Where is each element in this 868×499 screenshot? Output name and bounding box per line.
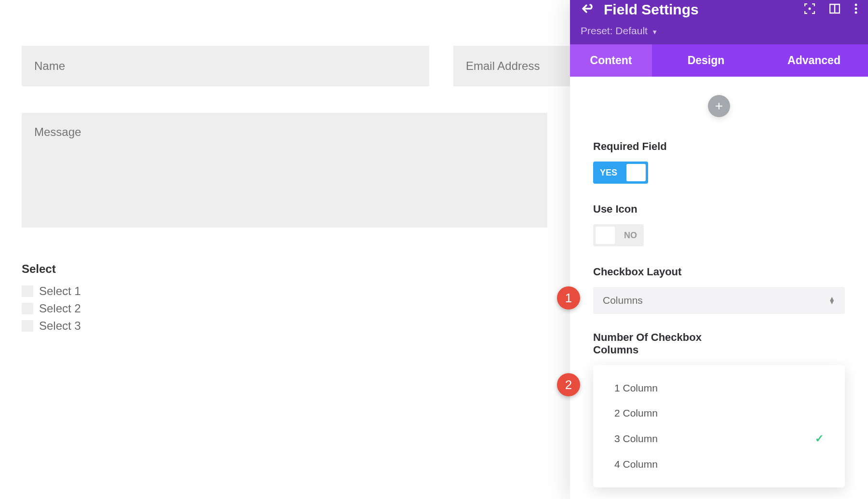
more-icon[interactable] [854,3,857,16]
select-heading: Select [22,262,547,276]
form-preview: Select Select 1 Select 2 Select 3 [0,0,569,499]
tab-design[interactable]: Design [652,44,760,77]
checkbox-label: Select 3 [39,319,81,333]
num-columns-label: Number Of Checkbox Columns [593,331,719,356]
checkbox-label: Select 2 [39,302,81,315]
name-input[interactable] [22,46,429,86]
tabs: Content Design Advanced [570,44,868,77]
use-icon-label: Use Icon [593,203,845,216]
checkbox-option[interactable]: Select 1 [22,284,547,298]
panel-header: Field Settings Preset: Default ▼ Content… [570,0,868,77]
use-icon-toggle[interactable]: NO [593,224,644,246]
checkbox-label: Select 1 [39,284,81,298]
checkbox-option[interactable]: Select 2 [22,302,547,315]
dropdown-option[interactable]: 2 Column [593,401,845,426]
add-button[interactable]: + [708,95,730,117]
link-section[interactable]: Link [593,493,845,499]
dropdown-option[interactable]: 3 Column ✓ [593,426,845,452]
svg-point-0 [809,8,811,10]
callout-badge-1: 1 [557,286,580,310]
num-columns-dropdown: 1 Column 2 Column 3 Column ✓ 4 Column [593,365,845,487]
dropdown-option[interactable]: 1 Column [593,376,845,401]
checkbox-icon [22,303,33,314]
checkbox-icon [22,320,33,332]
check-icon: ✓ [815,432,824,445]
settings-panel: Field Settings Preset: Default ▼ Content… [570,0,868,499]
tab-content[interactable]: Content [570,44,652,77]
checkbox-icon [22,285,33,297]
checkbox-layout-select[interactable]: Columns ▲▼ [593,287,845,314]
dropdown-option[interactable]: 4 Column [593,452,845,477]
chevron-updown-icon: ▲▼ [828,297,835,304]
checkbox-layout-label: Checkbox Layout [593,266,845,278]
message-textarea[interactable] [22,113,547,228]
preset-selector[interactable]: Preset: Default ▼ [570,19,868,44]
svg-point-4 [855,8,857,10]
svg-point-5 [855,12,857,14]
panel-body: + Required Field YES Use Icon NO Checkbo… [570,77,868,499]
tab-advanced[interactable]: Advanced [760,44,868,77]
checkbox-option[interactable]: Select 3 [22,319,547,333]
callout-badge-2: 2 [557,373,580,396]
required-field-label: Required Field [593,140,845,153]
back-icon[interactable] [581,2,593,17]
columns-icon[interactable] [829,3,840,16]
focus-icon[interactable] [804,3,815,16]
required-field-toggle[interactable]: YES [593,162,648,184]
svg-point-3 [855,4,857,6]
panel-title: Field Settings [604,1,804,18]
